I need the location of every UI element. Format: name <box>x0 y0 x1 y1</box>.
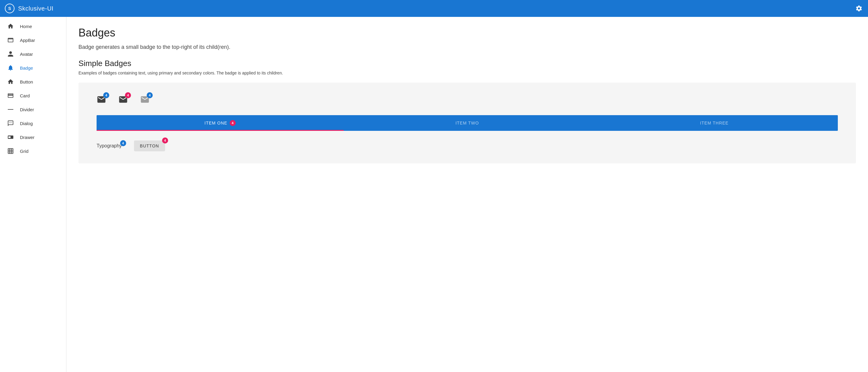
sidebar-item-button[interactable]: Button <box>0 75 66 89</box>
demo-box: 4 4 4 <box>79 82 856 163</box>
badge-count-2: 4 <box>125 92 131 98</box>
mail-icons-row: 4 4 4 <box>97 95 838 105</box>
sidebar-label-dialog: Dialog <box>20 121 33 126</box>
badge-mail-1: 4 <box>97 95 106 105</box>
section-description: Examples of badges containing text, usin… <box>79 71 856 75</box>
button-icon <box>7 78 14 85</box>
avatar-icon <box>7 50 14 57</box>
sidebar-item-drawer[interactable]: Drawer <box>0 130 66 144</box>
sidebar-label-button: Button <box>20 79 33 84</box>
settings-icon[interactable] <box>855 4 863 13</box>
badge-count-1: 4 <box>103 92 109 98</box>
page-description: Badge generates a small badge to the top… <box>79 44 856 50</box>
sidebar-item-home[interactable]: Home <box>0 19 66 33</box>
tab-item-three[interactable]: ITEM THREE <box>591 115 838 131</box>
app-title: Skclusive-UI <box>18 5 54 12</box>
badge-mail-2: 4 <box>118 95 128 105</box>
tab-item-one[interactable]: ITEM ONE 4 <box>97 115 344 131</box>
svg-rect-1 <box>8 109 13 110</box>
home-icon <box>7 23 14 30</box>
divider-icon <box>7 106 14 113</box>
main-content: Badges Badge generates a small badge to … <box>66 17 868 372</box>
sidebar-label-grid: Grid <box>20 148 28 154</box>
sidebar-label-badge: Badge <box>20 65 33 71</box>
sidebar-label-appbar: AppBar <box>20 38 35 43</box>
badge-icon <box>7 65 14 71</box>
sidebar-item-divider[interactable]: Divider <box>0 102 66 116</box>
page-title: Badges <box>79 27 856 39</box>
logo-text: S <box>8 6 11 11</box>
sidebar-item-grid[interactable]: Grid <box>0 144 66 158</box>
sidebar-item-badge[interactable]: Badge <box>0 61 66 75</box>
sidebar-label-card: Card <box>20 93 30 98</box>
sidebar-label-drawer: Drawer <box>20 135 34 140</box>
sidebar-item-dialog[interactable]: Dialog <box>0 116 66 130</box>
appbar-icon <box>7 37 14 43</box>
tab-badge-one: 4 <box>230 120 236 126</box>
dialog-icon <box>7 120 14 127</box>
bottom-row: Typography 4 BUTTON 4 <box>97 140 838 151</box>
layout: Home AppBar Avatar Badge <box>0 17 868 372</box>
grid-icon <box>7 148 14 154</box>
typography-badge-wrapper: Typography 4 <box>97 143 122 148</box>
tab-label-one: ITEM ONE <box>205 121 227 126</box>
button-badge-wrapper: BUTTON 4 <box>134 140 165 151</box>
badge-count-3: 4 <box>147 92 153 98</box>
sidebar-item-avatar[interactable]: Avatar <box>0 47 66 61</box>
typography-label: Typography <box>97 143 122 148</box>
sidebar-label-avatar: Avatar <box>20 52 33 57</box>
drawer-icon <box>7 134 14 140</box>
tab-item-two[interactable]: ITEM TWO <box>344 115 591 131</box>
demo-button[interactable]: BUTTON <box>134 140 165 151</box>
typography-badge: 4 <box>120 140 126 146</box>
appbar: S Skclusive-UI <box>0 0 868 17</box>
sidebar-label-home: Home <box>20 24 32 29</box>
sidebar-item-appbar[interactable]: AppBar <box>0 33 66 47</box>
tab-label-two: ITEM TWO <box>456 121 479 126</box>
sidebar-item-card[interactable]: Card <box>0 89 66 102</box>
appbar-left: S Skclusive-UI <box>5 4 54 13</box>
tabs-bar: ITEM ONE 4 ITEM TWO ITEM THREE <box>97 115 838 131</box>
sidebar: Home AppBar Avatar Badge <box>0 17 66 372</box>
section-title: Simple Badges <box>79 59 856 68</box>
sidebar-label-divider: Divider <box>20 107 34 112</box>
card-icon <box>7 92 14 99</box>
app-logo: S <box>5 4 14 13</box>
tab-label-three: ITEM THREE <box>700 121 728 126</box>
badge-mail-3: 4 <box>140 95 150 105</box>
button-badge: 4 <box>162 137 168 143</box>
svg-rect-0 <box>8 39 13 39</box>
